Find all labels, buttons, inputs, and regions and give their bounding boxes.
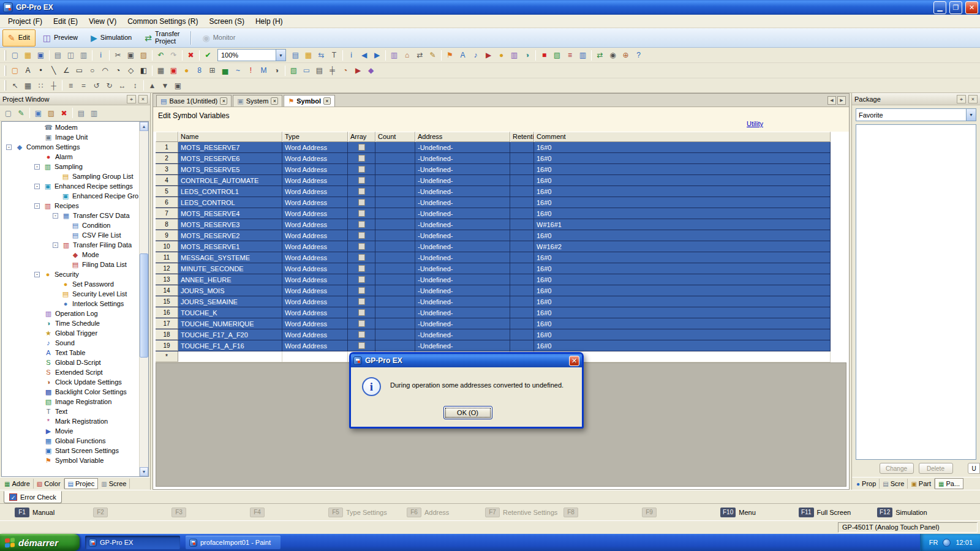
menu-screen-s[interactable]: Screen (S) <box>204 15 250 28</box>
symbol-row[interactable]: 17TOUCHE_NUMERIQUEWord Address-Undefined… <box>156 318 831 329</box>
tab-symbol[interactable]: ⚑Symbol× <box>284 95 335 107</box>
package-category-select[interactable]: Favorite ▼ <box>856 108 976 121</box>
toolbar-grip[interactable] <box>4 50 6 61</box>
lamp-part-icon[interactable]: ● <box>180 64 193 77</box>
symbol-variable-icon[interactable]: ⚑ <box>443 49 456 62</box>
tree-scrollbar[interactable]: ▲ ▼ <box>139 122 148 476</box>
change-button[interactable]: Change <box>880 463 914 474</box>
column-header-comment[interactable]: Comment <box>534 132 831 142</box>
menu-common-settings-r[interactable]: Common Settings (R) <box>122 15 203 28</box>
bring-to-front-icon[interactable]: ▲ <box>146 79 159 92</box>
tree-item-text[interactable]: TText <box>2 407 138 416</box>
tree-item-condition[interactable]: ▤Condition <box>2 220 138 230</box>
array-checkbox[interactable] <box>358 243 365 250</box>
mode-button-transfer-project[interactable]: ⇄Transfer Project <box>139 29 185 47</box>
close-button[interactable]: ✕ <box>965 1 978 14</box>
menu-project-f[interactable]: Project (F) <box>2 15 48 28</box>
tree-item-start-screen-settings[interactable]: ▣Start Screen Settings <box>2 446 138 455</box>
sound-icon[interactable]: ♪ <box>469 49 482 62</box>
paste-icon[interactable]: ▨ <box>137 49 150 62</box>
slider-part-icon[interactable]: ╪ <box>326 64 339 77</box>
scroll-down-icon[interactable]: ▼ <box>140 467 148 476</box>
array-checkbox[interactable] <box>358 265 365 272</box>
tree-item-set-password[interactable]: ●Set Password <box>2 279 138 289</box>
close-panel-icon[interactable]: × <box>968 95 978 103</box>
clock[interactable]: 12:01 <box>956 539 973 546</box>
symbol-row[interactable]: 19TOUCHE_F1_A_F16Word Address-Undefined-… <box>156 340 831 351</box>
scroll-thumb[interactable] <box>140 253 148 358</box>
line-tool-icon[interactable]: ╲ <box>47 64 60 77</box>
new-screen-icon[interactable]: ▢ <box>9 49 21 62</box>
polyline-tool-icon[interactable]: ∠ <box>60 64 73 77</box>
option-settings-icon[interactable]: ⊕ <box>619 49 632 62</box>
array-checkbox[interactable] <box>358 177 365 184</box>
title-settings-icon[interactable]: T <box>328 49 341 62</box>
logic-program-icon[interactable]: ≡ <box>564 49 576 62</box>
tree-item-global-d-script[interactable]: SGlobal D-Script <box>2 358 138 367</box>
volume-icon[interactable] <box>943 539 951 547</box>
panel-tab-scree[interactable]: ▥Scree <box>98 479 130 489</box>
project-information-icon[interactable]: i <box>94 49 107 62</box>
flip-vertical-icon[interactable]: ↕ <box>129 79 141 92</box>
address-settings-icon[interactable]: ⌂ <box>401 49 413 62</box>
pointer-icon[interactable]: ↖ <box>9 79 21 92</box>
panel-tab-part[interactable]: ▣Part <box>908 479 935 489</box>
print-preview-icon[interactable]: ◫ <box>64 49 77 62</box>
tree-item-sampling[interactable]: -▥Sampling <box>2 162 138 171</box>
fkey-f12[interactable]: F12Simulation <box>877 508 956 517</box>
movie-icon[interactable]: ▶ <box>482 49 495 62</box>
toolbar-grip[interactable] <box>4 80 6 91</box>
cut-icon[interactable]: ✂ <box>111 49 124 62</box>
fkey-f1[interactable]: F1Manual <box>15 508 93 517</box>
mode-button-simulation[interactable]: ▶Simulation <box>85 29 137 47</box>
chevron-down-icon[interactable]: ▼ <box>966 109 976 121</box>
delete-item-icon[interactable]: ✖ <box>58 107 70 119</box>
utility-link[interactable]: Utility <box>747 120 763 127</box>
symbol-row[interactable]: 14JOURS_MOISWord Address-Undefined-16#0 <box>156 285 831 296</box>
tree-item-backlight-color-settings[interactable]: ▩Backlight Color Settings <box>2 387 138 397</box>
edit-item-icon[interactable]: ✎ <box>15 107 28 119</box>
trend-part-icon[interactable]: ~ <box>232 64 244 77</box>
column-header-count[interactable]: Count <box>375 132 415 142</box>
tree-item-text-table[interactable]: AText Table <box>2 348 138 358</box>
symbol-row[interactable]: 15JOURS_SEMAINEWord Address-Undefined-16… <box>156 296 831 307</box>
tab-scroll-right-icon[interactable]: ▶ <box>837 96 846 105</box>
panel-tab-pa[interactable]: ▦Pa... <box>935 478 963 489</box>
text-tool-icon[interactable]: A <box>21 64 34 77</box>
tree-item-alarm[interactable]: ●Alarm <box>2 152 138 162</box>
dialog-close-button[interactable]: ✕ <box>569 356 579 366</box>
graph-part-icon[interactable]: ▅ <box>219 64 232 77</box>
array-checkbox[interactable] <box>358 166 365 173</box>
column-header-name[interactable]: Name <box>178 132 282 142</box>
tree-item-image-unit[interactable]: ▣Image Unit <box>2 132 138 142</box>
symbol-row[interactable]: 18TOUCHE_F17_A_F20Word Address-Undefined… <box>156 329 831 340</box>
red-screen-icon[interactable]: ■ <box>538 49 551 62</box>
symbol-row[interactable]: 1MOTS_RESERVE7Word Address-Undefined-16#… <box>156 142 831 153</box>
image-registration-icon[interactable]: ▧ <box>551 49 564 62</box>
message-part-icon[interactable]: M <box>257 64 270 77</box>
panel-tab-projec[interactable]: ▤Projec <box>64 478 99 489</box>
special-part-icon[interactable]: ◆ <box>364 64 377 77</box>
picture-part-icon[interactable]: ▧ <box>287 64 300 77</box>
tree-item-csv-file-list[interactable]: ▤CSV File List <box>2 230 138 240</box>
symbol-row[interactable]: 5LEDS_CONTROL1Word Address-Undefined-16#… <box>156 186 831 197</box>
array-checkbox[interactable] <box>358 221 365 228</box>
tab-base-1-untitled[interactable]: ▤Base 1(Untitled)× <box>156 95 232 107</box>
tree-item-operation-log[interactable]: ▥Operation Log <box>2 309 138 318</box>
tree-item-mode[interactable]: ◆Mode <box>2 250 138 260</box>
new-item-icon[interactable]: ▢ <box>2 107 15 119</box>
expander-icon[interactable]: - <box>34 184 40 189</box>
close-tab-icon[interactable]: × <box>220 97 227 105</box>
tree-item-interlock-settings[interactable]: ●Interlock Settings <box>2 299 138 309</box>
copy-item-icon[interactable]: ▣ <box>32 107 45 119</box>
panel-tab-color[interactable]: ▧Color <box>34 479 64 489</box>
fill-tool-icon[interactable]: ◧ <box>137 64 150 77</box>
array-checkbox[interactable] <box>358 276 365 283</box>
tree-item-mark-registration[interactable]: *Mark Registration <box>2 416 138 426</box>
align-left-icon[interactable]: ≡ <box>64 79 77 92</box>
flip-horizontal-icon[interactable]: ↔ <box>116 79 129 92</box>
expander-icon[interactable]: - <box>53 242 58 248</box>
tree-item-enhanced-recipe-settings[interactable]: -▣Enhanced Recipe settings <box>2 181 138 191</box>
expander-icon[interactable]: - <box>53 213 58 219</box>
tree-item-transfer-csv-data[interactable]: -▦Transfer CSV Data <box>2 211 138 220</box>
